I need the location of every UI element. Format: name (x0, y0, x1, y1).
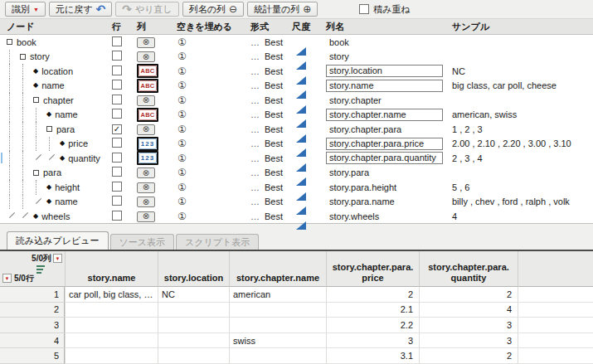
row-checkbox[interactable] (112, 51, 122, 61)
column-name-input[interactable]: story.chapter.para.quantity (326, 152, 443, 164)
format-ellipsis-button[interactable]: … (250, 66, 260, 76)
fill-one-icon[interactable]: ① (177, 211, 187, 222)
row-checkbox[interactable] (112, 196, 122, 206)
row-checkbox[interactable] (112, 211, 122, 221)
excluded-column-icon[interactable]: ⊗ (137, 51, 155, 62)
row-checkbox[interactable] (112, 182, 122, 192)
format-value[interactable]: Best (265, 51, 283, 61)
row-checkbox[interactable] (112, 66, 122, 75)
row-checkbox[interactable] (112, 36, 122, 46)
format-value[interactable]: Best (265, 211, 283, 221)
row-checkbox[interactable] (112, 138, 122, 148)
excluded-column-icon[interactable]: ⊗ (137, 197, 155, 207)
column-name-input[interactable]: story.chapter.name (326, 109, 443, 121)
node-cell[interactable]: ◆name (0, 195, 110, 210)
excluded-column-icon[interactable]: ⊗ (137, 182, 155, 193)
row-checkbox[interactable] (112, 167, 122, 177)
character-column-icon[interactable]: ABC (139, 66, 157, 76)
format-ellipsis-button[interactable]: … (250, 37, 260, 47)
node-cell[interactable]: ◆wheels (0, 209, 110, 224)
format-value[interactable]: Best (265, 153, 283, 163)
column-name-column-button[interactable]: 列名の列 ⊖ (182, 2, 244, 17)
format-value[interactable]: Best (265, 197, 283, 206)
row-checkbox[interactable] (112, 80, 122, 90)
fill-one-icon[interactable]: ① (177, 138, 187, 149)
columns-menu-button[interactable]: ▼ (53, 254, 62, 263)
format-ellipsis-button[interactable]: … (250, 182, 260, 192)
node-cell[interactable]: para (0, 122, 110, 137)
preview-column-header[interactable]: story.chapter.name (229, 251, 326, 287)
character-column-icon[interactable]: ABC (139, 109, 157, 120)
tab-import-preview[interactable]: 読み込みプレビュー (7, 231, 109, 250)
format-ellipsis-button[interactable]: … (250, 197, 260, 206)
format-ellipsis-button[interactable]: … (250, 153, 260, 163)
row-checkbox[interactable] (112, 153, 122, 163)
fill-one-icon[interactable]: ① (177, 124, 187, 135)
excluded-column-icon[interactable]: ⊗ (137, 167, 155, 178)
node-cell[interactable]: ◆name (0, 108, 110, 123)
fill-one-icon[interactable]: ① (177, 66, 187, 77)
format-value[interactable]: Best (265, 80, 283, 90)
fill-one-icon[interactable]: ① (177, 182, 187, 193)
fill-one-icon[interactable]: ① (177, 95, 187, 106)
excluded-column-icon[interactable]: ⊗ (137, 124, 155, 135)
excluded-column-icon[interactable]: ⊗ (137, 211, 155, 222)
format-ellipsis-button[interactable]: … (250, 51, 260, 61)
column-name-input[interactable]: story.location (326, 65, 443, 77)
format-value[interactable]: Best (265, 138, 283, 148)
identify-button[interactable]: 識別 ▼ (5, 2, 46, 17)
redo-button[interactable]: ↷ やり直し (115, 2, 179, 17)
format-value[interactable]: Best (265, 124, 283, 134)
node-cell[interactable]: ◆location (0, 64, 110, 79)
format-value[interactable]: Best (265, 109, 283, 119)
node-cell[interactable]: para (0, 166, 110, 181)
tab-source-view[interactable]: ソース表示 (110, 234, 175, 250)
format-value[interactable]: Best (265, 182, 283, 192)
row-checkbox[interactable] (112, 109, 122, 119)
format-value[interactable]: Best (265, 66, 283, 76)
fill-one-icon[interactable]: ① (177, 109, 187, 120)
fill-one-icon[interactable]: ① (177, 167, 187, 178)
undo-button[interactable]: 元に戻す ↶ (49, 2, 112, 17)
format-ellipsis-button[interactable]: … (250, 124, 260, 134)
column-name-input[interactable]: story.name (326, 80, 443, 92)
preview-column-header[interactable]: story.name (65, 251, 158, 287)
row-checkbox[interactable] (112, 95, 122, 104)
format-ellipsis-button[interactable]: … (250, 138, 260, 148)
statistics-column-button[interactable]: 統計量の列 ⊕ (247, 2, 318, 17)
format-ellipsis-button[interactable]: … (250, 80, 260, 90)
node-cell[interactable]: book (0, 35, 110, 50)
fill-one-icon[interactable]: ① (177, 153, 187, 164)
node-cell[interactable]: story (0, 50, 110, 65)
node-cell[interactable]: ◆quantity (0, 151, 110, 166)
excluded-column-icon[interactable]: ⊗ (137, 95, 155, 106)
fill-one-icon[interactable]: ① (177, 196, 187, 207)
preview-column-header[interactable]: story.chapter.para.quantity (419, 251, 518, 287)
fill-one-icon[interactable]: ① (177, 36, 187, 48)
format-ellipsis-button[interactable]: … (250, 109, 260, 119)
fill-one-icon[interactable]: ① (177, 80, 187, 91)
column-name-input[interactable]: story.chapter.para.price (326, 138, 443, 150)
node-cell[interactable]: ◆price (0, 137, 110, 152)
node-cell[interactable]: chapter (0, 93, 110, 108)
preview-column-header[interactable]: story.chapter.para.price (326, 251, 419, 287)
numeric-column-icon[interactable]: 123 (139, 138, 157, 149)
tab-script-view[interactable]: スクリプト表示 (176, 234, 259, 250)
node-cell[interactable]: ◆name (0, 79, 110, 94)
format-ellipsis-button[interactable]: … (250, 211, 260, 221)
stack-checkbox[interactable] (359, 4, 369, 14)
preview-column-header[interactable]: story.location (158, 251, 229, 287)
continuous-scale-icon[interactable] (296, 211, 306, 230)
fill-one-icon[interactable]: ① (177, 51, 187, 62)
row-checkbox[interactable]: ✓ (112, 124, 122, 134)
format-ellipsis-button[interactable]: … (250, 167, 260, 177)
character-column-icon[interactable]: ABC (139, 80, 157, 91)
format-value[interactable]: Best (265, 167, 283, 177)
excluded-column-icon[interactable]: ⊗ (137, 37, 155, 48)
format-ellipsis-button[interactable]: … (250, 95, 260, 105)
format-value[interactable]: Best (265, 37, 283, 47)
node-cell[interactable]: ◆height (0, 180, 110, 195)
rows-menu-button[interactable]: ▼ (2, 274, 12, 283)
numeric-column-icon[interactable]: 123 (139, 153, 157, 163)
format-value[interactable]: Best (265, 95, 283, 105)
